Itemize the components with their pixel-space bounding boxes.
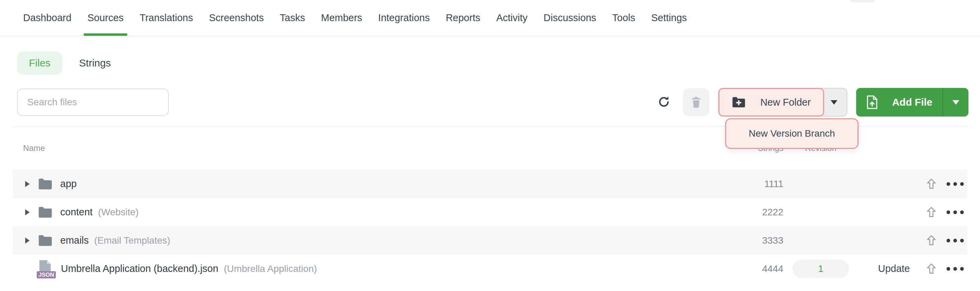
table-row-content[interactable]: content (Website) 2222: [13, 198, 967, 226]
tab-strings[interactable]: Strings: [79, 57, 111, 69]
expand-caret-icon[interactable]: [25, 209, 30, 215]
expand-caret-icon[interactable]: [25, 238, 30, 244]
add-file-button[interactable]: Add File: [856, 88, 943, 117]
search-wrap: [17, 89, 169, 116]
file-note: (Email Templates): [94, 235, 170, 246]
tab-files[interactable]: Files: [17, 51, 62, 75]
file-note: (Umbrella Application): [224, 264, 317, 274]
more-actions-icon[interactable]: [946, 267, 964, 271]
more-actions-icon[interactable]: [946, 238, 964, 243]
refresh-icon: [656, 94, 671, 110]
new-folder-dropdown-toggle[interactable]: [821, 88, 847, 117]
nav-tab-screenshots[interactable]: Screenshots: [209, 0, 264, 36]
menu-item-new-version-branch[interactable]: New Version Branch: [749, 128, 835, 139]
new-folder-label: New Folder: [760, 97, 811, 108]
folder-icon: [38, 206, 53, 219]
nav-tab-sources[interactable]: Sources: [88, 0, 124, 36]
files-strings-switch: Files Strings: [17, 51, 980, 75]
table-row-emails[interactable]: emails (Email Templates) 3333: [13, 226, 967, 254]
add-file-split-button: Add File: [856, 88, 969, 117]
file-name: Umbrella Application (backend).json: [61, 263, 218, 274]
new-folder-dropdown-menu: New Version Branch: [725, 118, 859, 149]
table-row-app[interactable]: app 1111: [13, 170, 967, 198]
delete-button[interactable]: [683, 88, 710, 116]
strings-count: 3333: [725, 235, 783, 246]
trash-icon: [689, 95, 703, 110]
top-toast-remnant: [850, 0, 875, 2]
json-file-icon: JSON: [38, 260, 53, 278]
folder-plus-icon: [732, 96, 746, 108]
revision-badge[interactable]: 1: [792, 260, 849, 278]
search-files-input[interactable]: [17, 89, 169, 116]
more-actions-icon[interactable]: [946, 210, 964, 214]
nav-tab-settings[interactable]: Settings: [651, 0, 687, 36]
upload-translations-icon[interactable]: [924, 234, 938, 247]
new-folder-button[interactable]: New Folder: [718, 88, 824, 117]
update-link[interactable]: Update: [878, 263, 910, 274]
file-name: content: [60, 206, 92, 218]
chevron-down-icon: [830, 100, 837, 105]
strings-count: 1111: [725, 179, 783, 189]
expand-caret-icon[interactable]: [25, 181, 30, 187]
new-folder-split-button: New Folder: [718, 88, 847, 117]
file-name: app: [60, 178, 76, 189]
folder-icon: [38, 234, 53, 247]
chevron-down-icon: [953, 100, 959, 105]
nav-tab-discussions[interactable]: Discussions: [543, 0, 596, 36]
toolbar-actions: New Folder Add File: [655, 88, 969, 117]
file-note: (Website): [98, 207, 138, 218]
nav-tab-tools[interactable]: Tools: [612, 0, 635, 36]
file-upload-icon: [866, 95, 878, 109]
json-file-type-badge: JSON: [37, 271, 56, 278]
project-nav: Dashboard Sources Translations Screensho…: [0, 0, 980, 37]
column-header-name: Name: [13, 144, 725, 153]
upload-translations-icon[interactable]: [924, 177, 938, 191]
add-file-label: Add File: [892, 96, 932, 108]
upload-translations-icon[interactable]: [924, 262, 938, 276]
nav-tab-dashboard[interactable]: Dashboard: [23, 0, 72, 36]
files-toolbar: New Folder Add File: [17, 88, 969, 117]
nav-tab-activity[interactable]: Activity: [496, 0, 527, 36]
refresh-button[interactable]: [655, 93, 673, 111]
upload-translations-icon[interactable]: [924, 205, 938, 219]
nav-tab-integrations[interactable]: Integrations: [378, 0, 430, 36]
sources-page: Dashboard Sources Translations Screensho…: [0, 0, 980, 291]
nav-tab-members[interactable]: Members: [321, 0, 363, 36]
file-name: emails: [60, 235, 89, 246]
more-actions-icon[interactable]: [946, 182, 964, 186]
nav-tab-tasks[interactable]: Tasks: [280, 0, 305, 36]
strings-count: 4444: [725, 264, 783, 274]
folder-icon: [38, 177, 53, 190]
table-row-umbrella-json[interactable]: JSON Umbrella Application (backend).json…: [13, 254, 967, 283]
files-table: Name Strings Revision app 1111: [13, 126, 967, 283]
strings-count: 2222: [725, 207, 783, 218]
nav-tab-translations[interactable]: Translations: [140, 0, 193, 36]
nav-tab-reports[interactable]: Reports: [446, 0, 480, 36]
add-file-dropdown-toggle[interactable]: [943, 88, 969, 117]
